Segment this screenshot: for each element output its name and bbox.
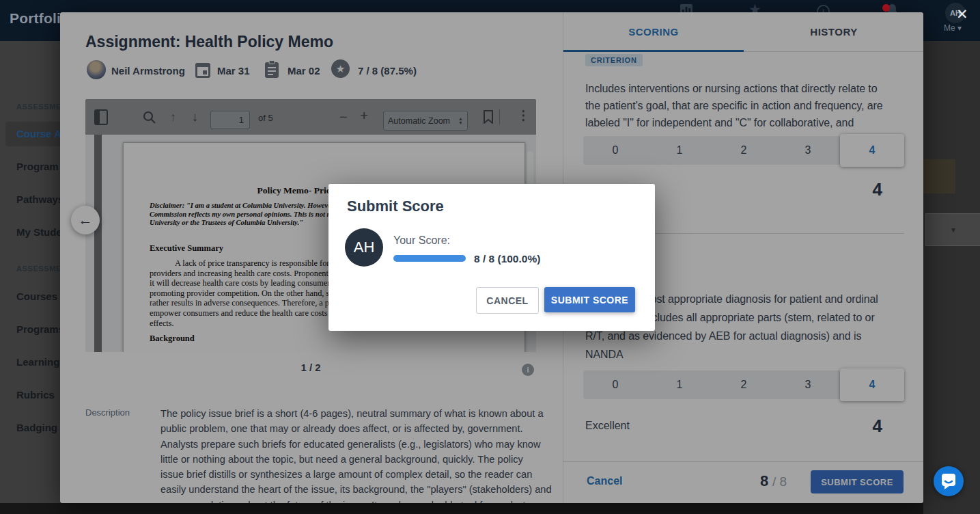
- your-score-label: Your Score:: [393, 234, 450, 247]
- dialog-title: Submit Score: [347, 198, 444, 215]
- chat-bubble-icon: [940, 472, 957, 490]
- scorer-avatar: AH: [345, 228, 383, 267]
- me-menu[interactable]: Me ▾: [944, 23, 962, 33]
- caret-down-icon: ▼: [950, 226, 957, 234]
- sidebar-item-badging[interactable]: Badging: [16, 422, 57, 433]
- submit-score-dialog: Submit Score AH Your Score: 8 / 8 (100.0…: [328, 184, 655, 331]
- sidebar-item-programs[interactable]: Programs: [16, 323, 64, 335]
- dialog-cancel-button[interactable]: CANCEL: [476, 287, 539, 314]
- background-dropdown: ▼: [925, 213, 980, 246]
- sidebar-item-pathways[interactable]: Pathways: [16, 193, 64, 205]
- chevron-down-icon: ▾: [957, 23, 962, 33]
- background-bottom-strip: [0, 503, 923, 514]
- app-root: Portfolium ★ i AH Me ▾ ✕ ASSESSMENTS Cou…: [0, 0, 980, 514]
- sidebar-item-rubrics[interactable]: Rubrics: [16, 389, 55, 401]
- dialog-submit-button[interactable]: SUBMIT SCORE: [544, 287, 635, 312]
- score-progress-bar: [393, 255, 466, 262]
- background-grade-box: [923, 159, 955, 193]
- sidebar-item-courses[interactable]: Courses: [16, 290, 57, 302]
- close-icon[interactable]: ✕: [956, 7, 968, 21]
- sidebar-item-learning[interactable]: Learning: [16, 356, 59, 368]
- chat-launcher-button[interactable]: [934, 466, 964, 496]
- notification-badge-dot: [882, 4, 890, 12]
- dialog-score-text: 8 / 8 (100.0%): [474, 253, 540, 265]
- background-page-strip: [923, 41, 980, 514]
